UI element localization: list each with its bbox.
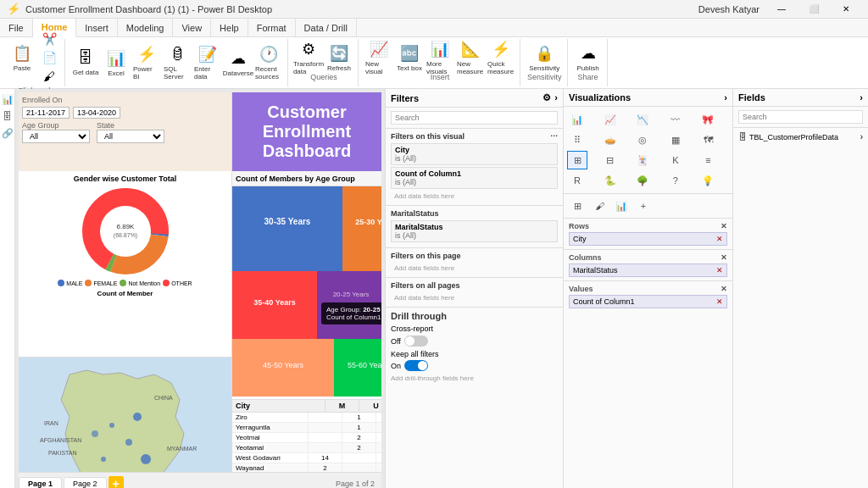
dataverse-button[interactable]: ☁Dataverse xyxy=(225,49,252,76)
fields-collapse-icon[interactable]: › xyxy=(860,92,863,103)
viz-smart[interactable]: 💡 xyxy=(698,171,718,190)
add-page-button[interactable]: + xyxy=(108,476,124,489)
viz-matrix[interactable]: ⊟ xyxy=(600,151,620,169)
viz-stacked-bar[interactable]: 📊 xyxy=(567,110,587,129)
viz-r-visual[interactable]: R xyxy=(567,171,587,190)
viz-clustered-bar[interactable]: 📈 xyxy=(600,110,620,129)
sidebar-icon-model[interactable]: 🔗 xyxy=(1,126,14,140)
enter-data-button[interactable]: 📝Enter data xyxy=(194,49,221,76)
cut-button[interactable]: ✂️ xyxy=(39,30,59,47)
columns-x-icon[interactable]: ✕ xyxy=(721,253,727,262)
viz-columns-field[interactable]: MaritalStatus ✕ xyxy=(569,263,727,277)
viz-scatter[interactable]: ⠿ xyxy=(567,130,587,149)
tab-modeling[interactable]: Modeling xyxy=(118,19,174,36)
power-bi-button[interactable]: ⚡Power BI xyxy=(133,49,160,76)
text-box-button[interactable]: 🔤Text box xyxy=(396,44,423,71)
viz-line[interactable]: 📉 xyxy=(632,110,653,129)
keep-filters-toggle[interactable] xyxy=(404,360,428,371)
age-group-select[interactable]: All xyxy=(22,130,90,143)
add-fields-visual[interactable]: Add data fields here xyxy=(391,191,558,202)
minimize-button[interactable]: — xyxy=(766,0,797,19)
filter-marital[interactable]: MaritalStatus is (All) xyxy=(391,220,558,242)
page-indicator: Page 1 of 2 xyxy=(336,480,375,488)
viz-columns-label: Columns ✕ xyxy=(569,253,727,262)
enrolled-on-from[interactable]: 21-11-2017 xyxy=(22,107,70,119)
svg-point-10 xyxy=(101,457,106,462)
viz-tool-add[interactable]: + xyxy=(633,197,654,215)
viz-qa[interactable]: ? xyxy=(665,171,686,190)
tab-format[interactable]: Format xyxy=(248,19,296,36)
viz-donut[interactable]: ◎ xyxy=(632,130,653,149)
viz-map[interactable]: 🗺 xyxy=(698,130,718,149)
fields-item-table[interactable]: 🗄 TBL_CustomerProfileData › xyxy=(733,130,868,144)
viz-card[interactable]: 🃏 xyxy=(632,151,653,169)
cross-report-toggle[interactable] xyxy=(404,336,428,347)
add-fields-page[interactable]: Add data fields here xyxy=(391,263,558,274)
filters-collapse-icon[interactable]: › xyxy=(554,92,558,103)
viz-tool-format[interactable]: 🖌 xyxy=(589,197,609,215)
recent-sources-button[interactable]: 🕐Recent sources xyxy=(255,49,282,76)
count-members-label: Count of Member xyxy=(22,290,228,297)
donut-chart: 6.89K (68.87%) xyxy=(79,185,172,278)
treemap-title-text: Count of Members by Age Group xyxy=(236,175,355,183)
more-visuals-button[interactable]: 📊More visuals xyxy=(426,44,453,71)
viz-table[interactable]: ⊞ xyxy=(567,151,587,169)
viz-tool-analytics[interactable]: 📊 xyxy=(611,197,632,215)
filter-city[interactable]: City is (All) xyxy=(391,143,558,165)
rows-x-icon[interactable]: ✕ xyxy=(721,222,727,230)
state-select[interactable]: All xyxy=(97,130,164,143)
rows-field-x[interactable]: ✕ xyxy=(716,235,723,243)
viz-tool-fields[interactable]: ⊞ xyxy=(567,197,587,215)
publish-button[interactable]: ☁Publish xyxy=(575,44,602,71)
svg-point-8 xyxy=(109,423,114,428)
viz-area[interactable]: 〰 xyxy=(665,110,686,129)
quick-measure-button[interactable]: ⚡Quick measure xyxy=(487,44,515,71)
svg-text:AFGHANISTAN: AFGHANISTAN xyxy=(40,437,81,443)
filters-visual-options[interactable]: ⋯ xyxy=(550,132,558,141)
viz-slicer[interactable]: ≡ xyxy=(698,151,718,169)
add-drill-fields[interactable]: Add drill-through fields here xyxy=(391,374,558,382)
tab-help[interactable]: Help xyxy=(211,19,248,36)
viz-values-field[interactable]: Count of Column1 ✕ xyxy=(569,295,727,308)
viz-rows-field[interactable]: City ✕ xyxy=(569,232,727,246)
tab-insert[interactable]: Insert xyxy=(76,19,118,36)
page-tab-1[interactable]: Page 1 xyxy=(19,477,62,489)
ribbon-group-queries: ⚙Transform data 🔄Refresh Queries xyxy=(290,39,359,86)
viz-pie[interactable]: 🥧 xyxy=(600,130,620,149)
viz-expand-icon[interactable]: › xyxy=(724,92,727,103)
get-data-button[interactable]: 🗄Get data xyxy=(72,49,99,76)
viz-ribbon[interactable]: 🎀 xyxy=(698,110,718,129)
viz-kpi[interactable]: K xyxy=(665,151,686,169)
close-button[interactable]: ✕ xyxy=(831,0,861,19)
add-fields-all-pages[interactable]: Add data fields here xyxy=(391,292,558,303)
new-measure-button[interactable]: 📐New measure xyxy=(457,44,484,71)
enrolled-on-to[interactable]: 13-04-2020 xyxy=(73,107,120,119)
page-tab-2[interactable]: Page 2 xyxy=(64,477,107,489)
tab-view[interactable]: View xyxy=(173,19,211,36)
new-visual-button[interactable]: 📈New visual xyxy=(365,44,392,71)
fields-search-input[interactable] xyxy=(738,110,863,124)
transform-button[interactable]: ⚙Transform data xyxy=(295,44,322,71)
sidebar-icon-data[interactable]: 🗄 xyxy=(1,109,14,123)
sensitivity-button[interactable]: 🔒Sensitivity xyxy=(531,44,558,71)
viz-treemap[interactable]: ▦ xyxy=(665,130,686,149)
paste-button[interactable]: 📋Paste xyxy=(8,44,36,71)
viz-decomp-tree[interactable]: 🌳 xyxy=(632,171,653,190)
viz-python[interactable]: 🐍 xyxy=(600,171,620,190)
columns-field-x[interactable]: ✕ xyxy=(716,266,723,274)
maximize-button[interactable]: ⬜ xyxy=(798,0,829,19)
format-painter-button[interactable]: 🖌 xyxy=(39,68,59,85)
tab-data-drill[interactable]: Data / Drill xyxy=(296,19,357,36)
fields-expand-icon[interactable]: › xyxy=(860,132,863,141)
filters-search-input[interactable] xyxy=(391,111,558,125)
filters-settings-icon[interactable]: ⚙ xyxy=(542,92,551,103)
filter-column1[interactable]: Count of Column1 is (All) xyxy=(391,167,558,189)
gender-panel: Gender wise Customer Total 6.89K (68.8 xyxy=(19,171,231,358)
values-field-x[interactable]: ✕ xyxy=(716,297,723,306)
sql-button[interactable]: 🛢SQL Server xyxy=(164,49,191,76)
sidebar-icon-report[interactable]: 📊 xyxy=(1,92,14,106)
excel-button[interactable]: 📊Excel xyxy=(103,49,130,76)
values-x-icon[interactable]: ✕ xyxy=(721,285,727,293)
copy-button[interactable]: 📄 xyxy=(39,49,59,66)
refresh-button[interactable]: 🔄Refresh xyxy=(326,44,353,71)
